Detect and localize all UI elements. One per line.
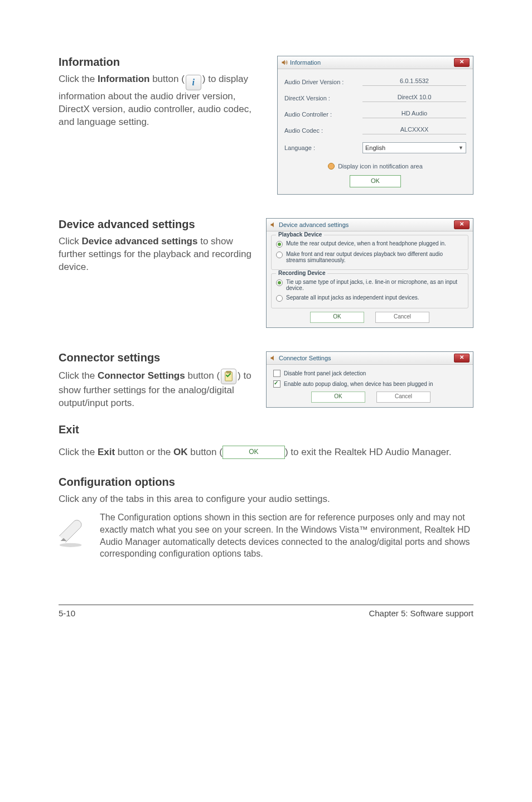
recording-legend: Recording Device <box>276 270 327 276</box>
cancel-button[interactable]: Cancel <box>376 392 431 403</box>
checkbox-label: Disable front panel jack detection <box>284 370 366 376</box>
radio-tie-jacks[interactable]: Tie up same type of input jacks, i.e. li… <box>276 277 463 293</box>
svg-rect-1 <box>226 371 230 373</box>
ok-button[interactable]: OK <box>350 175 401 187</box>
footer-divider <box>59 605 473 605</box>
chevron-down-icon: ▼ <box>458 145 463 151</box>
dialog-titlebar: Connector Settings ✕ <box>267 352 473 365</box>
text: Click the <box>59 370 98 381</box>
recording-device-fieldset: Recording Device Tie up same type of inp… <box>271 273 468 308</box>
text: button or the <box>115 447 173 457</box>
speaker-icon <box>270 221 277 228</box>
label-driver-version: Audio Driver Version : <box>284 79 362 85</box>
information-paragraph: Click the Information button (i) to disp… <box>59 73 267 129</box>
value-driver-version: 6.0.1.5532 <box>362 78 466 86</box>
device-advanced-settings-dialog: Device advanced settings ✕ Playback Devi… <box>266 218 473 328</box>
speaker-icon <box>270 355 277 361</box>
label-language: Language : <box>284 144 362 151</box>
text: ) to exit the Realtek HD Audio Manager. <box>285 447 452 457</box>
close-icon[interactable]: ✕ <box>454 220 470 229</box>
connector-settings-dialog: Connector Settings ✕ Disable front panel… <box>266 351 473 408</box>
connector-settings-icon-button[interactable] <box>221 369 236 384</box>
config-line: Click any of the tabs in this area to co… <box>59 493 473 506</box>
section-heading-information: Information <box>59 56 267 69</box>
close-icon[interactable]: ✕ <box>454 58 470 67</box>
checkbox-disable-front-jack[interactable]: Disable front panel jack detection <box>273 368 468 379</box>
device-adv-paragraph: Click Device advanced settings to show f… <box>59 235 256 274</box>
radio-icon <box>276 279 283 286</box>
exit-paragraph: Click the Exit button or the OK button (… <box>59 446 473 460</box>
info-icon-button[interactable]: i <box>186 75 201 90</box>
bullet-icon <box>328 163 335 170</box>
section-heading-connector: Connector settings <box>59 351 256 364</box>
checkbox-icon <box>273 370 280 377</box>
radio-icon <box>276 295 283 302</box>
label-directx-version: DirectX Version : <box>284 95 362 102</box>
combobox-value: English <box>365 144 385 151</box>
text: Click <box>59 236 82 247</box>
text: button ( <box>185 370 220 381</box>
bold-ok: OK <box>173 447 188 457</box>
label-audio-codec: Audio Codec : <box>284 127 362 134</box>
checkbox-label: Enable auto popup dialog, when device ha… <box>284 381 433 387</box>
value-directx-version: DirectX 10.0 <box>362 94 466 102</box>
section-heading-device-adv: Device advanced settings <box>59 218 256 231</box>
dialog-title: Information <box>290 59 321 66</box>
radio-label: Mute the rear output device, when a fron… <box>286 240 446 247</box>
label-audio-controller: Audio Controller : <box>284 111 362 118</box>
value-audio-controller: HD Audio <box>362 110 466 118</box>
note-text: The Configuration options shown in this … <box>100 511 473 559</box>
dialog-title: Connector Settings <box>279 355 331 361</box>
display-icon-label: Display icon in notification area <box>338 163 423 170</box>
radio-label: Tie up same type of input jacks, i.e. li… <box>286 279 463 291</box>
radio-mute-rear[interactable]: Mute the rear output device, when a fron… <box>276 239 463 249</box>
checkbox-enable-auto-popup[interactable]: Enable auto popup dialog, when device ha… <box>273 379 468 389</box>
text: Click the <box>59 74 98 84</box>
pen-icon <box>59 511 89 559</box>
checkbox-icon <box>273 380 280 388</box>
clipboard-icon <box>224 371 234 382</box>
radio-icon <box>276 241 283 248</box>
close-icon[interactable]: ✕ <box>454 354 470 363</box>
cancel-button[interactable]: Cancel <box>375 312 429 323</box>
info-icon: i <box>192 76 195 89</box>
language-combobox[interactable]: English ▼ <box>362 142 466 153</box>
ok-button-inline[interactable]: OK <box>223 446 285 459</box>
dialog-title: Device advanced settings <box>279 221 349 228</box>
text: button ( <box>149 74 184 84</box>
display-icon-row: Display icon in notification area <box>283 163 467 170</box>
bold-device-adv: Device advanced settings <box>82 236 198 247</box>
radio-two-streams[interactable]: Make front and rear output devices playb… <box>276 249 463 265</box>
speaker-icon <box>281 59 288 66</box>
playback-legend: Playback Device <box>276 231 324 238</box>
svg-point-2 <box>60 543 82 547</box>
dialog-titlebar: Device advanced settings ✕ <box>267 219 473 231</box>
text: Click the <box>59 447 98 457</box>
dialog-titlebar: Information ✕ <box>278 56 473 69</box>
value-audio-codec: ALCXXXX <box>362 126 466 134</box>
radio-label: Make front and rear output devices playb… <box>286 251 463 263</box>
information-dialog: Information ✕ Audio Driver Version : 6.0… <box>277 56 473 195</box>
ok-button[interactable]: OK <box>310 312 364 323</box>
section-heading-config: Configuration options <box>59 476 473 489</box>
section-heading-exit: Exit <box>59 423 473 436</box>
bold-exit: Exit <box>98 447 115 457</box>
playback-device-fieldset: Playback Device Mute the rear output dev… <box>271 235 468 270</box>
ok-button[interactable]: OK <box>311 392 365 403</box>
radio-label: Separate all input jacks as independent … <box>286 294 419 301</box>
radio-icon <box>276 252 283 258</box>
chapter-label: Chapter 5: Software support <box>369 608 473 618</box>
note-block: The Configuration options shown in this … <box>59 511 473 559</box>
page-number: 5-10 <box>59 608 75 618</box>
radio-separate-jacks[interactable]: Separate all input jacks as independent … <box>276 293 463 303</box>
svg-rect-0 <box>225 372 233 381</box>
bold-information: Information <box>98 74 150 84</box>
bold-connector: Connector Settings <box>98 370 185 381</box>
connector-paragraph: Click the Connector Settings button ( ) … <box>59 369 256 410</box>
text: button ( <box>188 447 223 457</box>
